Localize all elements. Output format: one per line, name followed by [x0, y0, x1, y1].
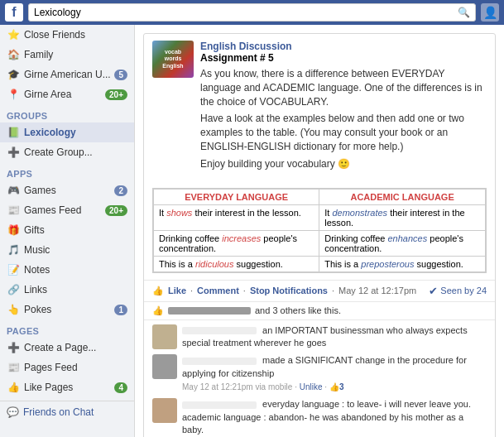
comment-item: an IMPORTANT businessman who always expe… [152, 324, 487, 350]
sidebar-item-music[interactable]: 🎵 Music [0, 240, 134, 260]
games-badge: 2 [114, 185, 127, 196]
table-cell: Drinking coffee increases people's conce… [154, 230, 319, 256]
table-cell: It shows their interest in the lesson. [154, 204, 319, 230]
commenter-name-blurred [182, 358, 257, 365]
post-assignment: Assignment # 5 [200, 52, 487, 64]
sidebar-item-label: Family [24, 49, 127, 60]
search-input[interactable] [34, 7, 458, 18]
sidebar-item-label: Music [24, 244, 127, 256]
sidebar-item-label: Create a Page... [24, 342, 127, 353]
apps-section-label: APPS [0, 162, 134, 180]
highlight-demonstrates: demonstrates [332, 208, 387, 218]
post-timestamp: May 12 at 12:17pm [338, 286, 416, 295]
games-feed-icon: 📰 [7, 204, 20, 217]
music-icon: 🎵 [7, 243, 20, 257]
pages-feed-icon: 📰 [7, 361, 20, 374]
search-icon: 🔍 [458, 7, 470, 18]
comment-content: an IMPORTANT businessman who always expe… [182, 324, 487, 350]
sidebar-item-games-feed[interactable]: 📰 Games Feed 20+ [0, 200, 134, 220]
separator2: · [243, 286, 246, 295]
unlike-button[interactable]: Unlike [300, 382, 323, 391]
seen-badge: ✔ Seen by 24 [429, 285, 487, 297]
like-pages-icon: 👍 [7, 381, 20, 394]
comment-avatar [152, 354, 177, 379]
commenter-name-blurred [182, 401, 257, 409]
like-button[interactable]: Like [168, 286, 186, 295]
like-icon: 👍 [152, 286, 164, 296]
sidebar-item-create-page[interactable]: ➕ Create a Page... [0, 338, 134, 358]
post-avatar: vocabwordsEnglish [152, 41, 194, 78]
highlight-increases: increases [222, 233, 261, 243]
sidebar-item-label: Pokes [24, 304, 113, 315]
comment-button[interactable]: Comment [197, 286, 239, 295]
pokes-icon: 👆 [7, 303, 20, 316]
sidebar-item-label: Like Pages [24, 382, 113, 393]
sidebar-item-links[interactable]: 🔗 Links [0, 280, 134, 300]
pokes-badge: 1 [114, 305, 127, 315]
table-row: It shows their interest in the lesson. I… [154, 204, 486, 230]
post-author[interactable]: English Discussion [200, 41, 487, 52]
post-footer: 👍 Like · Comment · Stop Notifications · … [144, 280, 495, 301]
search-bar[interactable]: 🔍 [28, 3, 476, 22]
main-layout: ⭐ Close Friends 🏠 Family 🎓 Girne America… [0, 25, 504, 437]
sidebar-item-girne-area[interactable]: 📍 Girne Area 20+ [0, 84, 134, 104]
sidebar-item-pokes[interactable]: 👆 Pokes 1 [0, 300, 134, 319]
col2-header: ACADEMIC LANGUAGE [319, 189, 486, 204]
create-group-icon: ➕ [7, 146, 20, 159]
sidebar-item-like-pages[interactable]: 👍 Like Pages 4 [0, 377, 134, 397]
vocab-table: EVERYDAY LANGUAGE ACADEMIC LANGUAGE It s… [153, 189, 486, 272]
vocab-table-wrapper: EVERYDAY LANGUAGE ACADEMIC LANGUAGE It s… [152, 188, 487, 273]
sidebar-item-label: Close Friends [24, 29, 127, 41]
comment-content: everyday language : to leave- i will nev… [182, 398, 487, 436]
pages-section-label: PAGES [0, 319, 134, 338]
highlight-preposterous: preposterous [361, 259, 414, 269]
girne-american-badge: 5 [114, 70, 127, 80]
highlight-ridiculous: ridiculous [195, 259, 233, 269]
close-friends-icon: ⭐ [7, 28, 20, 41]
facebook-logo[interactable]: f [5, 3, 23, 22]
sidebar-item-girne-american[interactable]: 🎓 Girne American U... 5 [0, 65, 134, 84]
sidebar-item-lexicology[interactable]: 📗 Lexicology [0, 122, 134, 142]
table-cell: Drinking coffee enhances people's concen… [319, 230, 486, 256]
gifts-icon: 🎁 [7, 223, 20, 237]
post-paragraph2: Have a look at the examples below and th… [200, 112, 487, 153]
col1-header: EVERYDAY LANGUAGE [154, 189, 319, 204]
table-cell: This is a preposterous suggestion. [319, 256, 486, 271]
liked-bar: 👍 and 3 others like this. [144, 301, 495, 319]
sidebar-item-label: Girne Area [24, 89, 103, 100]
sidebar-item-notes[interactable]: 📝 Notes [0, 260, 134, 280]
like-thumb-icon: 👍 [152, 305, 164, 316]
sidebar-item-label: Links [24, 284, 127, 295]
comment-item: made a SIGNIFICANT change in the procedu… [152, 354, 487, 393]
comment-item: everyday language : to leave- i will nev… [152, 398, 487, 436]
highlight-enhances: enhances [388, 233, 428, 243]
lexicology-icon: 📗 [7, 126, 20, 139]
sidebar-item-create-group[interactable]: ➕ Create Group... [0, 142, 134, 162]
post-paragraph1: As you know, there is a difference betwe… [200, 67, 487, 108]
sidebar-item-pages-feed[interactable]: 📰 Pages Feed [0, 358, 134, 377]
post-body: English Discussion Assignment # 5 As you… [200, 41, 487, 175]
highlight-shows: shows [166, 208, 192, 218]
friends-on-chat-label: Friends on Chat [23, 406, 94, 418]
girne-american-icon: 🎓 [7, 68, 20, 81]
sidebar-item-family[interactable]: 🏠 Family [0, 45, 134, 65]
links-icon: 🔗 [7, 283, 20, 296]
sidebar-item-label: Games [24, 185, 113, 196]
sidebar-item-close-friends[interactable]: ⭐ Close Friends [0, 25, 134, 45]
stop-notifications-button[interactable]: Stop Notifications [250, 286, 328, 295]
sidebar-item-games[interactable]: 🎮 Games 2 [0, 180, 134, 200]
nav-avatar[interactable]: 👤 [481, 3, 499, 22]
sidebar-item-label: Notes [24, 264, 127, 276]
table-row: This is a ridiculous suggestion. This is… [154, 256, 486, 271]
sidebar-item-gifts[interactable]: 🎁 Gifts [0, 220, 134, 240]
sidebar: ⭐ Close Friends 🏠 Family 🎓 Girne America… [0, 25, 135, 437]
friends-on-chat[interactable]: 💬 Friends on Chat [0, 401, 134, 423]
groups-section-label: GROUPS [0, 104, 134, 122]
comment-avatar [152, 324, 177, 349]
post-card: vocabwordsEnglish English Discussion Ass… [143, 33, 496, 437]
separator1: · [190, 286, 193, 295]
main-content: vocabwordsEnglish English Discussion Ass… [135, 25, 504, 437]
commenter-name-blurred [182, 327, 257, 334]
liked-by-text: and 3 others like this. [255, 305, 341, 315]
games-icon: 🎮 [7, 184, 20, 197]
